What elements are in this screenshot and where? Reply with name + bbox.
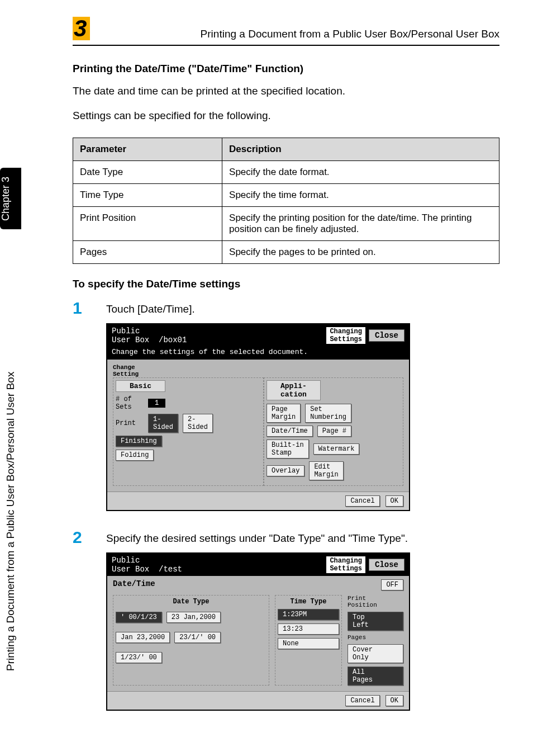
screen-path: Public User Box /box01	[112, 327, 187, 344]
table-row: Date Type Specify the date format.	[73, 161, 499, 184]
tab-basic[interactable]: Basic	[116, 380, 165, 392]
section-heading: Printing the Date/Time ("Date/Time" Func…	[73, 63, 499, 75]
header-title: Printing a Document from a Public User B…	[107, 28, 499, 40]
step-text: Specify the desired settings under "Date…	[106, 528, 408, 545]
sets-label: # of Sets	[116, 395, 144, 411]
screen-subtitle: Change the settings of the selected docu…	[107, 347, 409, 360]
date-type-title: Date Type	[116, 598, 266, 606]
side-chapter-tab: Chapter 3	[0, 168, 21, 229]
table-cell: Specify the date format.	[222, 161, 499, 184]
parameter-table: Parameter Description Date Type Specify …	[73, 138, 499, 264]
edit-margin-button[interactable]: Edit Margin	[309, 461, 343, 480]
screen-path: Public User Box /test	[112, 556, 182, 574]
two-sided-button[interactable]: 2- Sided	[183, 414, 213, 433]
pages-label: Pages	[348, 634, 403, 641]
time-opt-1[interactable]: 1:23PM	[278, 609, 339, 620]
table-cell: Print Position	[73, 207, 222, 241]
folding-button[interactable]: Folding	[116, 450, 154, 461]
chapter-number: 3	[73, 17, 90, 40]
tab-application[interactable]: Appli- cation	[266, 380, 321, 400]
print-label: Print	[116, 419, 144, 427]
date-time-button[interactable]: Date/Time	[266, 426, 313, 437]
intro-text-1: The date and time can be printed at the …	[73, 83, 499, 100]
time-opt-2[interactable]: 13:23	[278, 623, 339, 635]
overlay-button[interactable]: Overlay	[266, 465, 304, 476]
changing-settings-tag: Changing Settings	[326, 327, 365, 344]
step-number: 1	[73, 299, 106, 318]
date-opt-2[interactable]: 23 Jan,2000	[166, 612, 221, 623]
date-opt-4[interactable]: 23/1/' 00	[174, 632, 221, 643]
time-opt-3[interactable]: None	[278, 638, 339, 649]
step-1: 1 Touch [Date/Time].	[73, 299, 499, 318]
finishing-button[interactable]: Finishing	[116, 436, 162, 447]
step-number: 2	[73, 528, 106, 547]
table-cell: Pages	[73, 241, 222, 264]
page-margin-button[interactable]: Page Margin	[266, 404, 301, 423]
page-header: 3 Printing a Document from a Public User…	[73, 17, 499, 46]
off-button[interactable]: OFF	[381, 579, 403, 590]
date-opt-3[interactable]: Jan 23,2000	[116, 632, 170, 643]
screenshot-1: Public User Box /box01 Changing Settings…	[106, 323, 410, 511]
table-header-description: Description	[222, 138, 499, 161]
table-row: Pages Specify the pages to be printed on…	[73, 241, 499, 264]
changing-settings-tag: Changing Settings	[326, 556, 365, 573]
watermark-button[interactable]: Watermark	[313, 443, 360, 455]
ok-button[interactable]: OK	[386, 495, 403, 507]
close-button[interactable]: Close	[369, 559, 404, 571]
table-cell: Time Type	[73, 184, 222, 207]
page-number-button[interactable]: Page #	[317, 426, 351, 437]
all-pages-button[interactable]: All Pages	[348, 667, 403, 686]
table-header-parameter: Parameter	[73, 138, 222, 161]
builtin-stamp-button[interactable]: Built-in Stamp	[266, 440, 309, 459]
step-text: Touch [Date/Time].	[106, 299, 195, 315]
table-row: Time Type Specify the time format.	[73, 184, 499, 207]
table-cell: Specify the printing position for the da…	[222, 207, 499, 241]
table-cell: Specify the time format.	[222, 184, 499, 207]
print-position-label: Print Position	[348, 595, 403, 608]
ok-button[interactable]: OK	[386, 695, 403, 706]
intro-text-2: Settings can be specified for the follow…	[73, 108, 499, 124]
close-button[interactable]: Close	[369, 329, 404, 342]
time-type-title: Time Type	[278, 598, 339, 606]
cancel-button[interactable]: Cancel	[345, 495, 379, 507]
top-left-button[interactable]: Top Left	[348, 612, 403, 631]
sub-heading: To specify the Date/Time settings	[73, 278, 499, 290]
cancel-button[interactable]: Cancel	[345, 695, 379, 706]
change-setting-label: Change Setting	[113, 364, 403, 377]
sets-value: 1	[148, 399, 165, 408]
screenshot-2: Public User Box /test Changing Settings …	[106, 552, 410, 711]
date-opt-5[interactable]: 1/23/' 00	[116, 652, 162, 663]
step-2: 2 Specify the desired settings under "Da…	[73, 528, 499, 547]
side-vertical-title: Printing a Document from a Public User B…	[0, 252, 21, 671]
cover-only-button[interactable]: Cover Only	[348, 644, 403, 663]
table-cell: Date Type	[73, 161, 222, 184]
date-opt-1[interactable]: ' 00/1/23	[116, 612, 162, 623]
table-cell: Specify the pages to be printed on.	[222, 241, 499, 264]
set-numbering-button[interactable]: Set Numbering	[305, 404, 351, 423]
one-sided-button[interactable]: 1- Sided	[148, 414, 178, 433]
table-row: Print Position Specify the printing posi…	[73, 207, 499, 241]
date-time-title: Date/Time	[113, 579, 155, 590]
